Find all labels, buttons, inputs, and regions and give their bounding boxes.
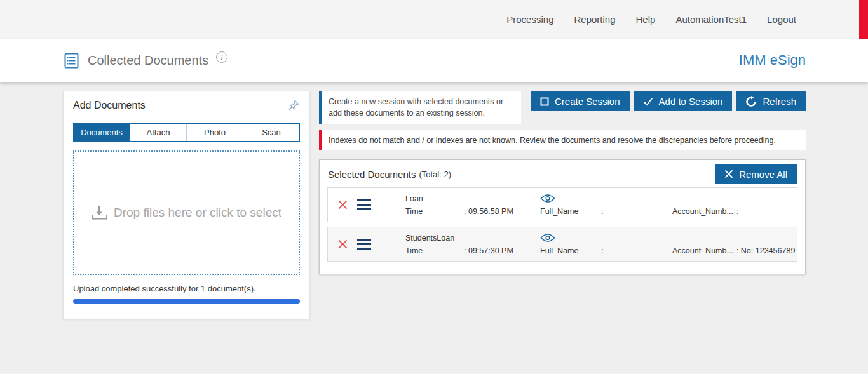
full-name-label: Full_Name [540, 207, 601, 216]
preview-eye-icon[interactable] [540, 233, 672, 243]
collected-documents-icon [63, 52, 80, 69]
document-name: Loan [405, 194, 540, 204]
preview-eye-icon[interactable] [540, 194, 672, 204]
upload-icon [92, 206, 107, 220]
remove-all-x-icon [724, 170, 733, 178]
time-label: Time [405, 207, 464, 216]
account-number-value: : No: 123456789 [736, 246, 795, 255]
session-actions: Create Session Add to Session [531, 91, 806, 111]
upload-progress-bar [73, 299, 300, 304]
top-nav: Processing Reporting Help AutomationTest… [0, 0, 868, 39]
add-to-session-button[interactable]: Add to Session [634, 91, 733, 111]
session-info-message: Create a new session with selected docum… [319, 91, 521, 124]
red-accent-bar [859, 0, 868, 39]
full-name-label: Full_Name [540, 246, 601, 255]
session-area: Create a new session with selected docum… [319, 91, 806, 370]
drag-handle-icon[interactable] [357, 239, 405, 250]
card-divider [73, 117, 300, 117]
info-icon[interactable]: i [216, 51, 227, 63]
page-title: Collected Documents [88, 53, 208, 68]
time-value: : 09:56:58 PM [464, 207, 513, 216]
tab-attach[interactable]: Attach [130, 124, 186, 141]
full-name-value: : [601, 246, 603, 255]
selected-documents-panel: Selected Documents (Total: 2) Remove All [319, 159, 806, 274]
file-dropzone[interactable]: Drop files here or click to select [73, 150, 300, 275]
document-rows: Loan Time : 09:56:58 PM [320, 187, 805, 262]
app-window: Processing Reporting Help AutomationTest… [0, 0, 868, 374]
account-number-label: Account_Numb... [672, 246, 733, 255]
full-name-value: : [601, 207, 603, 216]
account-number-value: : [736, 207, 738, 216]
create-session-icon [540, 97, 549, 106]
document-row: StudentsLoan Time : 09:57:30 PM [327, 227, 797, 262]
time-value: : 09:57:30 PM [464, 246, 513, 255]
selected-documents-title: Selected Documents [328, 169, 416, 180]
account-number-label: Account_Numb... [672, 207, 733, 216]
refresh-button[interactable]: Refresh [736, 91, 806, 111]
nav-item-reporting[interactable]: Reporting [574, 14, 615, 25]
remove-all-button[interactable]: Remove All [715, 164, 797, 184]
add-documents-panel: Add Documents Documents Attach Photo Sca… [63, 91, 310, 319]
main-content: Add Documents Documents Attach Photo Sca… [0, 82, 868, 374]
page-header: Collected Documents i IMM eSign [0, 39, 868, 82]
selected-documents-total: (Total: 2) [419, 170, 451, 179]
pin-icon[interactable] [288, 99, 300, 111]
document-name: StudentsLoan [405, 233, 540, 243]
drag-handle-icon[interactable] [357, 199, 405, 210]
nav-item-processing[interactable]: Processing [506, 14, 553, 25]
document-row: Loan Time : 09:56:58 PM [327, 187, 797, 222]
upload-status-text: Upload completed successfully for 1 docu… [73, 284, 300, 293]
refresh-icon [745, 96, 757, 107]
tab-scan[interactable]: Scan [243, 124, 299, 141]
time-label: Time [405, 246, 464, 255]
dropzone-text: Drop files here or click to select [114, 206, 281, 220]
tab-documents[interactable]: Documents [74, 124, 130, 141]
index-mismatch-warning: Indexes do not match and / or indexes ar… [319, 130, 806, 150]
brand-logo-text: IMM eSign [739, 52, 806, 69]
add-documents-title: Add Documents [73, 100, 146, 111]
create-session-button[interactable]: Create Session [531, 91, 630, 111]
nav-item-help[interactable]: Help [636, 14, 656, 25]
tab-photo[interactable]: Photo [186, 124, 243, 141]
checkmark-icon [643, 97, 653, 106]
nav-item-logout[interactable]: Logout [767, 14, 796, 25]
nav-item-user-account[interactable]: AutomationTest1 [675, 14, 747, 25]
remove-document-icon[interactable] [328, 239, 357, 250]
add-documents-tabs: Documents Attach Photo Scan [73, 123, 300, 142]
remove-document-icon[interactable] [328, 199, 357, 210]
